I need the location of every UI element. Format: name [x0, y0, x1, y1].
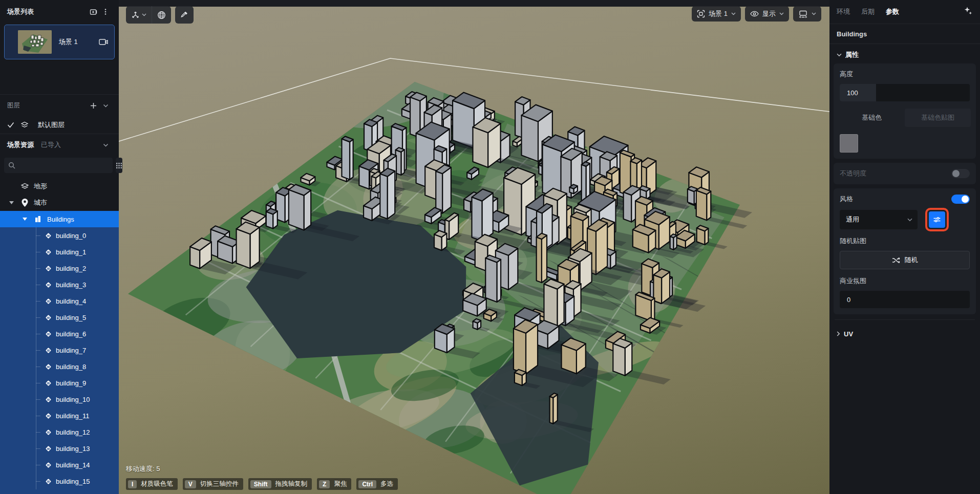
scene-list-empty-space — [0, 59, 119, 94]
inspector-object-title: Buildings — [829, 24, 980, 44]
search-box[interactable] — [4, 158, 113, 173]
mesh-box-icon — [45, 429, 52, 436]
eyedropper-icon — [180, 11, 188, 19]
scene-list-menu-button[interactable] — [99, 6, 112, 18]
add-layer-button[interactable] — [87, 99, 99, 112]
viewport-3d-scene[interactable] — [119, 0, 829, 494]
scene-camera-icon — [99, 38, 108, 46]
screen-sync-button[interactable] — [793, 6, 821, 22]
shortcut-label: 聚焦 — [334, 480, 347, 488]
tree-node-building[interactable]: building_7 — [0, 342, 119, 358]
style-label: 风格 — [840, 195, 853, 204]
tree-node-building[interactable]: building_4 — [0, 293, 119, 309]
layer-row-default[interactable]: 默认图层 — [0, 116, 119, 134]
mesh-box-icon — [45, 478, 52, 485]
tab-base-color[interactable]: 基础色 — [839, 109, 905, 127]
inspector-body: 属性 高度 基础色 基础色贴图 不透明度 风格 — [829, 44, 980, 345]
viewport-frame-icon — [697, 10, 705, 18]
inspector-tab[interactable]: 参数 — [886, 7, 899, 16]
chevron-down-icon — [907, 218, 912, 222]
tree-node-building[interactable]: building_13 — [0, 440, 119, 457]
shortcut-label: 切换三轴控件 — [200, 480, 239, 488]
style-toggle[interactable] — [951, 195, 970, 204]
tree-node-terrain[interactable]: 地形 — [0, 178, 119, 195]
building-item-label: building_2 — [56, 265, 86, 272]
scene-list-title: 场景列表 — [7, 7, 87, 16]
tree-node-building[interactable]: building_8 — [0, 358, 119, 375]
uv-group-header[interactable]: UV — [834, 325, 976, 342]
mesh-box-icon — [45, 347, 52, 354]
inspector-tab[interactable]: 环境 — [837, 7, 850, 16]
check-icon — [7, 122, 14, 128]
base-color-tabs: 基础色 基础色贴图 — [839, 109, 971, 127]
globe-tool-button[interactable] — [152, 6, 171, 24]
chevron-right-icon — [837, 331, 840, 336]
tab-base-color-map[interactable]: 基础色贴图 — [905, 109, 971, 127]
mesh-box-icon — [45, 265, 52, 272]
randomize-button[interactable]: 随机 — [840, 251, 970, 269]
tree-node-building[interactable]: building_5 — [0, 309, 119, 326]
viewport-controls: 场景 1 显示 — [692, 6, 821, 22]
tree-node-city[interactable]: 城市 — [0, 195, 119, 211]
layers-collapse-button[interactable] — [99, 99, 112, 112]
layers-title: 图层 — [7, 101, 87, 110]
tree-label-buildings: Buildings — [47, 216, 74, 223]
building-item-label: building_15 — [56, 478, 90, 485]
add-scene-button[interactable] — [87, 6, 99, 18]
style-select-value: 通用 — [846, 215, 907, 224]
screen-sync-icon — [798, 10, 808, 18]
caret-down-icon — [9, 201, 14, 204]
tree-node-building[interactable]: building_15 — [0, 473, 119, 489]
transform-tool-button[interactable] — [126, 6, 152, 24]
base-color-swatch[interactable] — [840, 134, 858, 153]
assets-collapse-button[interactable] — [99, 139, 112, 151]
grid-view-button[interactable] — [116, 158, 122, 173]
shortcut-key: V — [185, 480, 196, 488]
assets-status-badge: 已导入 — [41, 140, 99, 149]
height-input[interactable] — [840, 84, 970, 101]
randomize-button-label: 随机 — [905, 255, 918, 265]
search-input[interactable] — [18, 162, 109, 169]
business-input[interactable] — [840, 291, 970, 308]
inspector-tab[interactable]: 后期 — [861, 7, 875, 16]
move-speed-label: 移动速度: 5 — [126, 464, 398, 474]
tree-node-building[interactable]: building_0 — [0, 227, 119, 244]
chevron-down-icon — [812, 12, 816, 15]
style-select[interactable]: 通用 — [840, 210, 918, 229]
tree-label-terrain: 地形 — [34, 182, 47, 191]
scene-selector-button[interactable]: 场景 1 — [692, 6, 741, 22]
tree-node-building[interactable]: building_6 — [0, 326, 119, 342]
tree-node-building[interactable]: building_12 — [0, 424, 119, 440]
tree-node-building[interactable]: building_3 — [0, 276, 119, 293]
mesh-box-icon — [45, 232, 52, 239]
app-window: 场景列表 — [0, 0, 980, 494]
layer-stack-icon — [20, 121, 29, 128]
scene-list-item[interactable]: 场景 1 — [4, 25, 115, 59]
scene-selector-label: 场景 1 — [709, 9, 728, 18]
mesh-box-icon — [45, 249, 52, 255]
tree-node-building[interactable]: building_2 — [0, 260, 119, 276]
opacity-card: 不透明度 — [834, 163, 976, 184]
eyedropper-tool-button[interactable] — [175, 6, 194, 24]
shortcut-chip: Shift 拖拽轴复制 — [248, 478, 312, 490]
viewport-3d[interactable]: 场景 1 显示 移动速度: 5 — [119, 0, 829, 494]
ai-sparkle-icon[interactable] — [964, 6, 973, 17]
building-item-label: building_5 — [56, 314, 86, 321]
opacity-toggle[interactable] — [951, 169, 970, 178]
tree-node-building[interactable]: building_9 — [0, 375, 119, 391]
tree-node-building[interactable]: building_11 — [0, 407, 119, 424]
display-options-button[interactable]: 显示 — [745, 6, 789, 22]
scene-list-header: 场景列表 — [0, 0, 119, 24]
properties-group-label: 属性 — [845, 50, 859, 59]
viewport-hints: 移动速度: 5 I 材质吸色笔 V 切换三轴控件 Shift 拖 — [126, 464, 398, 490]
plus-icon — [90, 102, 97, 110]
style-settings-button[interactable] — [929, 211, 945, 228]
tree-node-buildings-selected[interactable]: Buildings — [0, 211, 119, 227]
tree-node-building[interactable]: building_14 — [0, 457, 119, 473]
properties-group-header[interactable]: 属性 — [834, 46, 976, 63]
mesh-box-icon — [45, 380, 52, 386]
tree-node-building[interactable]: building_1 — [0, 244, 119, 260]
building-item-label: building_12 — [56, 428, 90, 436]
tree-node-building[interactable]: building_10 — [0, 391, 119, 407]
shortcut-chip: Z 聚焦 — [317, 478, 351, 490]
